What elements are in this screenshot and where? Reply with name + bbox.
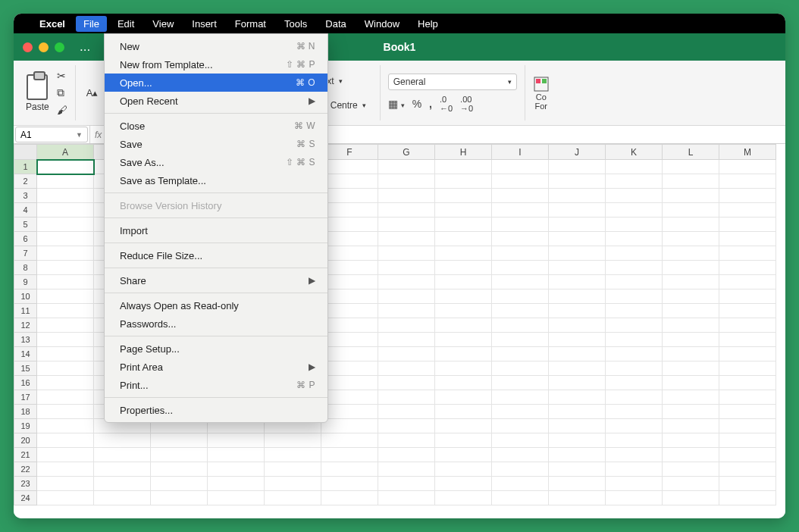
- cell[interactable]: [606, 376, 663, 390]
- cell[interactable]: [663, 289, 719, 304]
- cell[interactable]: [663, 448, 719, 462]
- cell[interactable]: [378, 376, 435, 390]
- accounting-format-icon[interactable]: ▦ ▾: [388, 98, 405, 110]
- menu-item[interactable]: Print Area▶: [105, 358, 327, 376]
- cell[interactable]: [321, 448, 378, 462]
- cell[interactable]: [492, 246, 549, 261]
- menu-item[interactable]: New⌘ N: [105, 37, 327, 55]
- cell[interactable]: [663, 405, 719, 419]
- cell[interactable]: [606, 189, 663, 203]
- cell[interactable]: [378, 333, 435, 347]
- cell[interactable]: [719, 405, 776, 419]
- cell[interactable]: [549, 491, 606, 505]
- cell[interactable]: [719, 318, 776, 333]
- cell[interactable]: [435, 217, 492, 232]
- cell[interactable]: [719, 174, 776, 189]
- cell[interactable]: [208, 448, 265, 462]
- menubar-tools[interactable]: Tools: [277, 16, 315, 32]
- cell[interactable]: [151, 491, 208, 505]
- row-header[interactable]: 2: [14, 174, 37, 189]
- cell[interactable]: [37, 160, 94, 174]
- cell[interactable]: [265, 448, 321, 462]
- cell[interactable]: [435, 232, 492, 246]
- menubar-window[interactable]: Window: [357, 16, 407, 32]
- cell[interactable]: [321, 405, 378, 419]
- zoom-window-icon[interactable]: [55, 42, 64, 52]
- cell[interactable]: [151, 462, 208, 477]
- cell[interactable]: [37, 275, 94, 289]
- cell[interactable]: [606, 390, 663, 405]
- cell[interactable]: [492, 419, 549, 433]
- cell[interactable]: [663, 390, 719, 405]
- cell[interactable]: [663, 160, 719, 174]
- menubar-file[interactable]: File: [76, 16, 107, 32]
- cell[interactable]: [549, 448, 606, 462]
- cell[interactable]: [549, 405, 606, 419]
- cell[interactable]: [151, 448, 208, 462]
- row-header[interactable]: 20: [14, 433, 37, 448]
- cell[interactable]: [492, 462, 549, 477]
- cell[interactable]: [435, 376, 492, 390]
- column-header[interactable]: J: [549, 145, 606, 160]
- cell[interactable]: [492, 376, 549, 390]
- cell[interactable]: [321, 477, 378, 491]
- cut-icon[interactable]: ✂︎: [57, 70, 67, 82]
- column-header[interactable]: H: [435, 145, 492, 160]
- cell[interactable]: [208, 433, 265, 448]
- column-header[interactable]: I: [492, 145, 549, 160]
- cell[interactable]: [94, 462, 151, 477]
- cell[interactable]: [435, 347, 492, 361]
- column-header[interactable]: G: [378, 145, 435, 160]
- cell[interactable]: [37, 318, 94, 333]
- cell[interactable]: [492, 160, 549, 174]
- cell[interactable]: [208, 491, 265, 505]
- cell[interactable]: [549, 433, 606, 448]
- cell[interactable]: [606, 448, 663, 462]
- row-header[interactable]: 18: [14, 405, 37, 419]
- menubar-help[interactable]: Help: [410, 16, 446, 32]
- cell[interactable]: [321, 275, 378, 289]
- cell[interactable]: [606, 261, 663, 275]
- cell[interactable]: [94, 448, 151, 462]
- cell[interactable]: [663, 376, 719, 390]
- cell[interactable]: [492, 203, 549, 217]
- cell[interactable]: [321, 160, 378, 174]
- cell[interactable]: [606, 203, 663, 217]
- cell[interactable]: [265, 462, 321, 477]
- cell[interactable]: [378, 246, 435, 261]
- cell[interactable]: [37, 390, 94, 405]
- cell[interactable]: [663, 419, 719, 433]
- cell[interactable]: [37, 448, 94, 462]
- menu-item[interactable]: Properties...: [105, 401, 327, 419]
- paste-button[interactable]: Paste: [26, 74, 49, 112]
- menu-item[interactable]: Passwords...: [105, 315, 327, 333]
- cell[interactable]: [37, 477, 94, 491]
- cell[interactable]: [435, 390, 492, 405]
- cell[interactable]: [719, 217, 776, 232]
- column-header[interactable]: A: [37, 145, 94, 160]
- cell[interactable]: [719, 347, 776, 361]
- cell[interactable]: [378, 405, 435, 419]
- menu-item[interactable]: Page Setup...: [105, 340, 327, 358]
- menu-item[interactable]: New from Template...⇧ ⌘ P: [105, 55, 327, 74]
- cell[interactable]: [321, 462, 378, 477]
- cell[interactable]: [663, 333, 719, 347]
- cell[interactable]: [37, 203, 94, 217]
- menubar-view[interactable]: View: [145, 16, 181, 32]
- cell[interactable]: [492, 405, 549, 419]
- cell[interactable]: [321, 318, 378, 333]
- cell[interactable]: [321, 304, 378, 318]
- cell[interactable]: [321, 361, 378, 376]
- cell[interactable]: [321, 217, 378, 232]
- row-header[interactable]: 23: [14, 477, 37, 491]
- cell[interactable]: [549, 275, 606, 289]
- cell[interactable]: [492, 390, 549, 405]
- comma-format-icon[interactable]: ,: [429, 98, 432, 110]
- cell[interactable]: [492, 304, 549, 318]
- cell[interactable]: [378, 217, 435, 232]
- cell[interactable]: [435, 261, 492, 275]
- cell[interactable]: [606, 361, 663, 376]
- cell[interactable]: [719, 361, 776, 376]
- minimize-window-icon[interactable]: [39, 42, 49, 52]
- cell[interactable]: [321, 203, 378, 217]
